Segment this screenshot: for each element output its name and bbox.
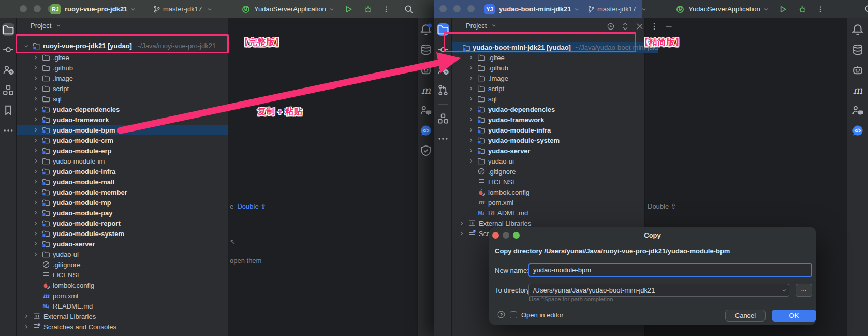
tree-item[interactable]: yudao-module-erp bbox=[17, 145, 228, 156]
notifications-button[interactable] bbox=[851, 23, 864, 36]
code-with-me-button[interactable] bbox=[851, 104, 864, 116]
tree-item[interactable]: yudao-ui bbox=[17, 249, 228, 259]
more-tools-button[interactable] bbox=[2, 124, 14, 137]
notifications-button[interactable] bbox=[420, 23, 432, 36]
run-config-name[interactable]: YudaoServerApplication bbox=[688, 5, 760, 13]
tree-item[interactable]: yudao-module-member bbox=[17, 187, 228, 197]
panel-options-icon[interactable] bbox=[650, 22, 659, 31]
divider[interactable] bbox=[438, 104, 448, 105]
tree-item[interactable]: lombok.config bbox=[452, 187, 645, 197]
browse-button[interactable]: ... bbox=[796, 284, 812, 297]
traffic-lights[interactable] bbox=[439, 5, 475, 12]
dependency-checker-button[interactable] bbox=[420, 144, 432, 157]
pull-requests-button[interactable]: ? bbox=[437, 64, 449, 76]
structure-button[interactable] bbox=[437, 112, 449, 125]
tree-item[interactable]: yudao-module-im bbox=[17, 156, 228, 166]
project-widget[interactable]: RJ ruoyi-vue-pro-jdk21 bbox=[50, 0, 137, 18]
code-with-me-button[interactable] bbox=[420, 104, 432, 116]
tree-item[interactable]: yudao-module-infra bbox=[17, 166, 228, 177]
bookmarks-button[interactable] bbox=[2, 104, 14, 116]
tree-item[interactable]: script bbox=[452, 83, 645, 94]
tree-item[interactable]: .gitignore bbox=[452, 166, 645, 177]
run-config-name[interactable]: YudaoServerApplication bbox=[254, 5, 326, 13]
tree-item[interactable]: M README.md bbox=[452, 208, 645, 218]
new-name-input[interactable]: yudao-module-bpm bbox=[528, 263, 812, 277]
tree-item[interactable]: yudao-module-system bbox=[452, 135, 645, 145]
tree-item[interactable]: yudao-server bbox=[17, 239, 228, 249]
traffic-lights[interactable] bbox=[20, 5, 55, 12]
tree-item[interactable]: LICENSE bbox=[452, 177, 645, 187]
tree-item[interactable]: .image bbox=[452, 73, 645, 83]
run-button[interactable] bbox=[344, 5, 353, 14]
search-everywhere-icon[interactable] bbox=[404, 4, 414, 14]
pull-requests-button[interactable]: ? bbox=[2, 64, 14, 76]
branch-widget[interactable]: master-jdk17 bbox=[587, 0, 648, 18]
tree-item[interactable]: .gitee bbox=[17, 52, 228, 63]
maven-button[interactable]: m bbox=[851, 84, 864, 96]
ai-assistant-button[interactable] bbox=[851, 64, 864, 76]
project-button[interactable] bbox=[2, 23, 14, 36]
tree-item[interactable]: yudao-module-bpm bbox=[17, 125, 228, 135]
panel-header[interactable]: Project bbox=[17, 18, 228, 33]
tree-item[interactable]: yudao-module-pay bbox=[17, 208, 228, 218]
tree-item[interactable]: yudao-dependencies bbox=[17, 104, 228, 114]
maven-button[interactable]: m bbox=[420, 84, 432, 96]
locate-file-icon[interactable] bbox=[606, 22, 615, 31]
tree-item[interactable]: yudao-module-system bbox=[17, 228, 228, 239]
project-button[interactable] bbox=[437, 23, 449, 36]
tree-item[interactable]: LICENSE bbox=[17, 270, 228, 280]
to-directory-combobox[interactable]: /Users/yunai/Java/yudao-boot-mini-jdk21 bbox=[528, 284, 789, 297]
close-icon[interactable] bbox=[439, 5, 447, 12]
tree-item[interactable]: .image bbox=[17, 73, 228, 83]
tree-item[interactable]: m pom.xml bbox=[17, 290, 228, 301]
help-icon[interactable]: ? bbox=[497, 310, 506, 319]
minimize-icon[interactable] bbox=[34, 5, 41, 12]
tree-item[interactable]: sql bbox=[452, 94, 645, 104]
tree-item[interactable]: .github bbox=[17, 63, 228, 73]
project-widget[interactable]: YJ yudao-boot-mini-jdk21 bbox=[484, 0, 580, 18]
close-icon[interactable] bbox=[20, 5, 27, 12]
tree-item[interactable]: yudao-framework bbox=[17, 114, 228, 125]
tree-item[interactable]: External Libraries bbox=[17, 311, 228, 322]
tree-item[interactable]: script bbox=[17, 83, 228, 94]
commit-button[interactable] bbox=[437, 43, 449, 56]
cancel-button[interactable]: Cancel bbox=[725, 310, 766, 322]
ai-assistant-button[interactable] bbox=[420, 64, 432, 76]
expand-collapse-icon[interactable] bbox=[621, 22, 630, 31]
tree-item[interactable]: yudao-dependencies bbox=[452, 104, 645, 114]
branch-widget[interactable]: master-jdk17 bbox=[153, 0, 213, 18]
combo-chevron[interactable] bbox=[777, 284, 789, 296]
tree-item[interactable]: yudao-framework bbox=[452, 114, 645, 125]
tree-item[interactable]: sql bbox=[17, 94, 228, 104]
tree-item[interactable]: .gitee bbox=[452, 52, 645, 63]
structure-button[interactable] bbox=[2, 84, 14, 96]
tree-item[interactable]: .github bbox=[452, 63, 645, 73]
tree-item[interactable]: m pom.xml bbox=[452, 197, 645, 208]
minimize-icon[interactable] bbox=[453, 5, 461, 12]
tree-item[interactable]: yudao-module-report bbox=[17, 218, 228, 228]
ok-button[interactable]: OK bbox=[772, 310, 816, 322]
debug-button[interactable] bbox=[798, 5, 807, 14]
tree-item[interactable]: M README.md bbox=[17, 301, 228, 311]
hide-panel-icon[interactable] bbox=[664, 22, 673, 31]
tree-item[interactable]: yudao-module-crm bbox=[17, 135, 228, 145]
project-root-item[interactable]: ruoyi-vue-pro-jdk21 [yudao] ~/Java/ruoyi… bbox=[17, 40, 228, 51]
more-actions-icon[interactable] bbox=[816, 5, 825, 13]
database-button[interactable] bbox=[851, 43, 864, 56]
ai-chat-plugin-button[interactable]: </> bbox=[420, 124, 432, 137]
debug-button[interactable] bbox=[363, 5, 373, 14]
tree-item[interactable]: yudao-module-mall bbox=[17, 177, 228, 187]
search-everywhere-icon[interactable] bbox=[864, 4, 868, 14]
open-in-editor-checkbox[interactable] bbox=[510, 311, 517, 318]
tree-item[interactable]: 0 Scratches and Consoles bbox=[17, 322, 228, 332]
tree-item[interactable]: yudao-module-mp bbox=[17, 197, 228, 208]
project-root-item[interactable]: yudao-boot-mini-jdk21 [yudao] ~/Java/yud… bbox=[452, 42, 658, 53]
run-button[interactable] bbox=[778, 5, 787, 14]
tree-item[interactable]: yudao-ui bbox=[452, 156, 645, 166]
more-tools-button[interactable] bbox=[437, 133, 449, 145]
git-button[interactable] bbox=[437, 84, 449, 96]
tree-item[interactable]: yudao-server bbox=[452, 145, 645, 156]
tree-item[interactable]: yudao-module-infra bbox=[452, 125, 645, 135]
tree-item[interactable]: lombok.config bbox=[17, 280, 228, 290]
ai-chat-plugin-button[interactable]: </> bbox=[851, 124, 864, 137]
